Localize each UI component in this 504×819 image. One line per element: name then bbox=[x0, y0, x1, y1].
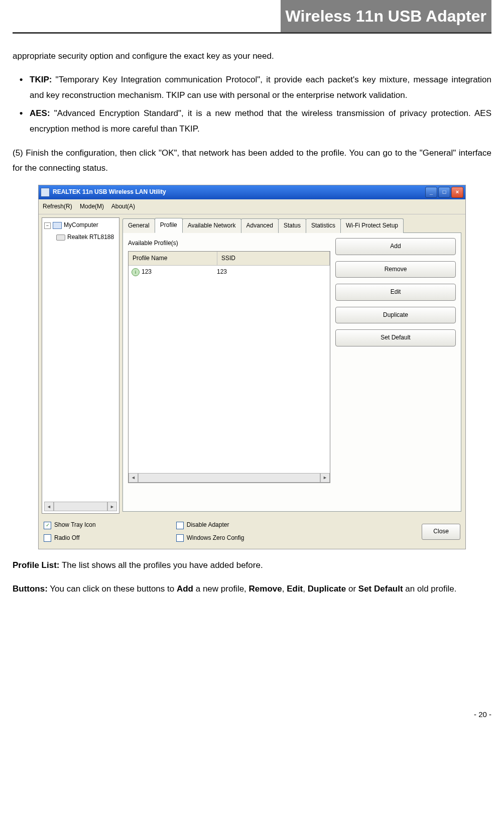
disable-adapter-label: Disable Adapter bbox=[187, 520, 229, 531]
tree-child-label: Realtek RTL8188 bbox=[67, 232, 114, 243]
checkbox-icon: ✓ bbox=[44, 522, 51, 529]
tree-root[interactable]: − MyComputer bbox=[44, 220, 117, 231]
buttons-paragraph: Buttons: You can click on these buttons … bbox=[13, 581, 491, 597]
tree-child[interactable]: Realtek RTL8188 bbox=[56, 232, 117, 243]
menu-about[interactable]: About(A) bbox=[111, 203, 135, 210]
adapter-icon bbox=[56, 235, 65, 241]
col-profile-name[interactable]: Profile Name bbox=[129, 252, 217, 266]
computer-icon bbox=[53, 222, 62, 229]
menu-refresh[interactable]: Refresh(R) bbox=[43, 203, 72, 210]
edit-button[interactable]: Edit bbox=[335, 284, 456, 301]
tab-statistics[interactable]: Statistics bbox=[306, 218, 341, 233]
checkbox-icon bbox=[44, 534, 51, 542]
menu-mode[interactable]: Mode(M) bbox=[80, 203, 104, 210]
tree-root-label: MyComputer bbox=[64, 220, 98, 231]
tab-general[interactable]: General bbox=[122, 218, 155, 233]
bullet-mark-icon: ● bbox=[13, 72, 30, 103]
col-ssid[interactable]: SSID bbox=[217, 252, 330, 266]
profile-list-text: The list shows all the profiles you have… bbox=[60, 560, 263, 570]
profile-icon: i bbox=[132, 268, 140, 276]
profile-list-label: Profile List: bbox=[13, 560, 60, 570]
tab-advanced[interactable]: Advanced bbox=[241, 218, 279, 233]
page-header: Wireless 11n USB Adapter bbox=[13, 0, 491, 34]
row-name: 123 bbox=[142, 267, 152, 278]
profile-list[interactable]: Profile Name SSID i123 123 ◄ ► bbox=[128, 251, 330, 483]
app-icon bbox=[41, 188, 50, 197]
checkbox-icon bbox=[176, 522, 184, 529]
scroll-left-icon[interactable]: ◄ bbox=[44, 502, 54, 511]
tabstrip: General Profile Available Network Advanc… bbox=[122, 217, 461, 233]
disable-adapter-checkbox[interactable]: Disable Adapter bbox=[176, 520, 244, 531]
buttons-label: Buttons: bbox=[13, 584, 48, 594]
tab-body: Available Profile(s) Profile Name SSID i… bbox=[122, 233, 461, 512]
close-button[interactable]: Close bbox=[422, 524, 460, 540]
menubar: Refresh(R) Mode(M) About(A) bbox=[39, 199, 465, 215]
page-number: - 20 - bbox=[13, 708, 491, 721]
tab-wps[interactable]: Wi-Fi Protect Setup bbox=[340, 218, 404, 233]
available-profiles-label: Available Profile(s) bbox=[128, 238, 330, 249]
tab-available-network[interactable]: Available Network bbox=[182, 218, 241, 233]
zero-config-label: Windows Zero Config bbox=[187, 533, 244, 544]
collapse-icon[interactable]: − bbox=[44, 222, 51, 229]
checkbox-icon bbox=[176, 534, 184, 542]
step-5-text: (5) Finish the configuration, then click… bbox=[13, 146, 491, 176]
header-title: Wireless 11n USB Adapter bbox=[281, 0, 491, 32]
tab-status[interactable]: Status bbox=[278, 218, 306, 233]
duplicate-button[interactable]: Duplicate bbox=[335, 307, 456, 324]
profile-list-paragraph: Profile List: The list shows all the pro… bbox=[13, 558, 491, 573]
list-item[interactable]: i123 123 bbox=[129, 266, 330, 279]
bullet-tkip: ● TKIP: "Temporary Key Integration commu… bbox=[13, 72, 491, 103]
tree-scrollbar[interactable]: ◄ ► bbox=[44, 502, 117, 511]
row-ssid: 123 bbox=[216, 267, 330, 278]
close-window-button[interactable]: × bbox=[451, 187, 463, 198]
scroll-track[interactable] bbox=[138, 473, 320, 483]
scroll-left-icon[interactable]: ◄ bbox=[129, 473, 138, 483]
bottom-options: ✓Show Tray Icon Radio Off Disable Adapte… bbox=[39, 517, 465, 548]
list-scrollbar[interactable]: ◄ ► bbox=[129, 473, 330, 483]
window-title: REALTEK 11n USB Wireless LAN Utility bbox=[53, 187, 166, 198]
titlebar[interactable]: REALTEK 11n USB Wireless LAN Utility _ □… bbox=[39, 185, 465, 199]
app-window: REALTEK 11n USB Wireless LAN Utility _ □… bbox=[38, 185, 466, 549]
bullet-aes: ● AES: "Advanced Encryption Standard", i… bbox=[13, 106, 491, 137]
maximize-button[interactable]: □ bbox=[438, 187, 450, 198]
show-tray-label: Show Tray Icon bbox=[54, 520, 96, 531]
term-aes: AES: bbox=[30, 108, 50, 118]
text-tkip: "Temporary Key Integration communication… bbox=[30, 75, 491, 100]
list-header: Profile Name SSID bbox=[129, 252, 330, 266]
radio-off-label: Radio Off bbox=[54, 533, 79, 544]
term-tkip: TKIP: bbox=[30, 75, 52, 84]
intro-text: appropriate security option and configur… bbox=[13, 49, 491, 64]
scroll-right-icon[interactable]: ► bbox=[320, 473, 330, 483]
scroll-right-icon[interactable]: ► bbox=[107, 502, 117, 511]
bullet-list: ● TKIP: "Temporary Key Integration commu… bbox=[13, 72, 491, 137]
remove-button[interactable]: Remove bbox=[335, 261, 456, 278]
minimize-button[interactable]: _ bbox=[425, 187, 437, 198]
set-default-button[interactable]: Set Default bbox=[335, 329, 456, 346]
show-tray-checkbox[interactable]: ✓Show Tray Icon bbox=[44, 520, 96, 531]
tab-profile[interactable]: Profile bbox=[155, 218, 183, 233]
zero-config-checkbox[interactable]: Windows Zero Config bbox=[176, 533, 244, 544]
text-aes: "Advanced Encryption Standard", it is a … bbox=[30, 108, 491, 134]
scroll-track[interactable] bbox=[54, 502, 107, 511]
radio-off-checkbox[interactable]: Radio Off bbox=[44, 533, 96, 544]
add-button[interactable]: Add bbox=[335, 238, 456, 255]
bullet-mark-icon: ● bbox=[13, 106, 30, 137]
tree-pane: − MyComputer Realtek RTL8188 ◄ ► bbox=[42, 217, 119, 514]
